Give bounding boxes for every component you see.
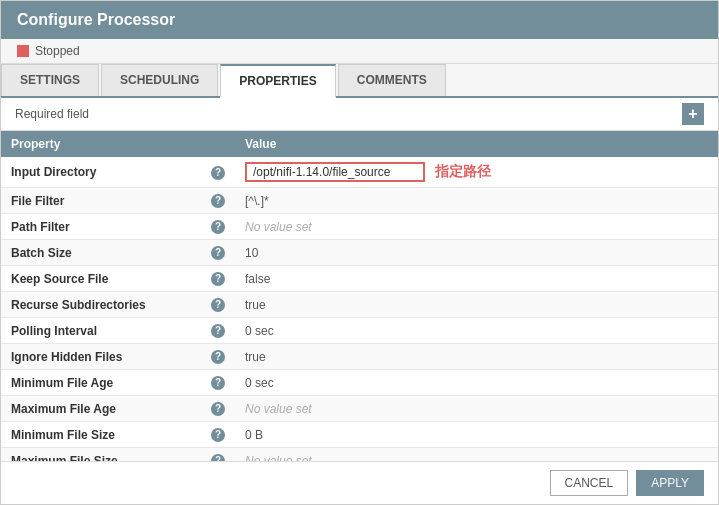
property-value-cell[interactable]: true	[235, 292, 718, 318]
tab-comments[interactable]: COMMENTS	[338, 64, 446, 96]
table-row: Maximum File Size?No value set	[1, 448, 718, 462]
status-indicator-icon	[17, 45, 29, 57]
dialog-header: Configure Processor	[1, 1, 718, 39]
col-info-header	[201, 131, 235, 157]
property-name-cell: Ignore Hidden Files	[1, 344, 201, 370]
add-property-button[interactable]: +	[682, 103, 704, 125]
property-name-cell: Batch Size	[1, 240, 201, 266]
apply-button[interactable]: APPLY	[636, 470, 704, 496]
property-value-cell[interactable]: [^\.]*	[235, 188, 718, 214]
property-info-icon[interactable]: ?	[201, 422, 235, 448]
property-name-cell: Maximum File Age	[1, 396, 201, 422]
property-value-cell[interactable]: 0 sec	[235, 318, 718, 344]
property-info-icon[interactable]: ?	[201, 240, 235, 266]
property-info-icon[interactable]: ?	[201, 370, 235, 396]
dialog-title: Configure Processor	[17, 11, 175, 28]
property-value-cell[interactable]: No value set	[235, 214, 718, 240]
table-row: Keep Source File?false	[1, 266, 718, 292]
property-info-icon[interactable]: ?	[201, 448, 235, 462]
table-row: Polling Interval?0 sec	[1, 318, 718, 344]
tabs-container: SETTINGS SCHEDULING PROPERTIES COMMENTS	[1, 64, 718, 98]
property-info-icon[interactable]: ?	[201, 344, 235, 370]
table-row: Path Filter?No value set	[1, 214, 718, 240]
property-value-cell[interactable]: /opt/nifi-1.14.0/file_source指定路径	[235, 157, 718, 188]
property-name-cell: Path Filter	[1, 214, 201, 240]
property-name-cell: Maximum File Size	[1, 448, 201, 462]
dialog-footer: CANCEL APPLY	[1, 461, 718, 504]
col-value-header: Value	[235, 131, 718, 157]
property-info-icon[interactable]: ?	[201, 157, 235, 188]
property-name-cell: Keep Source File	[1, 266, 201, 292]
property-info-icon[interactable]: ?	[201, 292, 235, 318]
property-info-icon[interactable]: ?	[201, 188, 235, 214]
property-value-cell[interactable]: 0 B	[235, 422, 718, 448]
annotation-text: 指定路径	[435, 163, 491, 179]
required-field-label: Required field	[15, 107, 89, 121]
table-row: File Filter?[^\.]*	[1, 188, 718, 214]
property-value-cell[interactable]: 0 sec	[235, 370, 718, 396]
required-field-bar: Required field +	[1, 98, 718, 131]
table-row: Maximum File Age?No value set	[1, 396, 718, 422]
content-area: Required field + Property Value Input Di…	[1, 98, 718, 461]
configure-processor-dialog: Configure Processor Stopped SETTINGS SCH…	[0, 0, 719, 505]
tab-scheduling[interactable]: SCHEDULING	[101, 64, 218, 96]
no-value-text: No value set	[245, 402, 312, 416]
property-info-icon[interactable]: ?	[201, 396, 235, 422]
table-row: Ignore Hidden Files?true	[1, 344, 718, 370]
col-property-header: Property	[1, 131, 201, 157]
status-bar: Stopped	[1, 39, 718, 64]
properties-table: Property Value Input Directory?/opt/nifi…	[1, 131, 718, 461]
table-row: Minimum File Size?0 B	[1, 422, 718, 448]
highlighted-value: /opt/nifi-1.14.0/file_source	[245, 162, 425, 182]
property-value-cell[interactable]: No value set	[235, 396, 718, 422]
tab-properties[interactable]: PROPERTIES	[220, 64, 335, 98]
table-row: Batch Size?10	[1, 240, 718, 266]
property-info-icon[interactable]: ?	[201, 214, 235, 240]
property-name-cell: File Filter	[1, 188, 201, 214]
property-value-cell[interactable]: true	[235, 344, 718, 370]
property-value-cell[interactable]: 10	[235, 240, 718, 266]
table-row: Minimum File Age?0 sec	[1, 370, 718, 396]
no-value-text: No value set	[245, 220, 312, 234]
property-name-cell: Recurse Subdirectories	[1, 292, 201, 318]
table-row: Recurse Subdirectories?true	[1, 292, 718, 318]
property-name-cell: Input Directory	[1, 157, 201, 188]
property-name-cell: Polling Interval	[1, 318, 201, 344]
property-value-cell[interactable]: No value set	[235, 448, 718, 462]
property-value-cell[interactable]: false	[235, 266, 718, 292]
table-header-row: Property Value	[1, 131, 718, 157]
property-name-cell: Minimum File Age	[1, 370, 201, 396]
property-info-icon[interactable]: ?	[201, 266, 235, 292]
no-value-text: No value set	[245, 454, 312, 462]
status-text: Stopped	[35, 44, 80, 58]
tab-settings[interactable]: SETTINGS	[1, 64, 99, 96]
table-row: Input Directory?/opt/nifi-1.14.0/file_so…	[1, 157, 718, 188]
property-info-icon[interactable]: ?	[201, 318, 235, 344]
property-name-cell: Minimum File Size	[1, 422, 201, 448]
cancel-button[interactable]: CANCEL	[550, 470, 629, 496]
